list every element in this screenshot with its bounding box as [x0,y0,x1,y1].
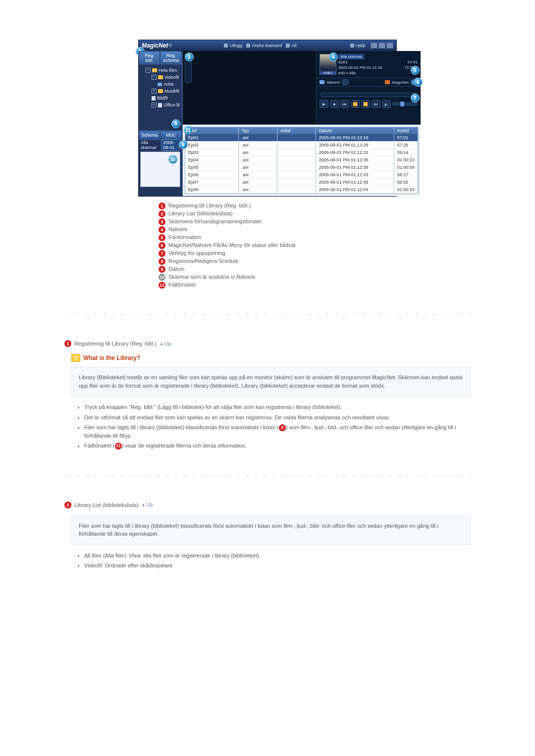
inline-ref-11: 11 [115,443,122,450]
marker-8: 8 [171,119,180,128]
table-row[interactable]: Ep01.avi2005-08-01 PM 01:12:1857:01 [185,134,418,142]
progress-bar[interactable] [321,93,417,97]
legend-badge: 10 [159,274,165,281]
next-track-button[interactable]: ⏭ [372,100,380,108]
library-tree[interactable]: −Hela filen −Videofil Artist +Musikfil B… [139,65,182,130]
artist-icon [158,83,162,86]
maximize-icon[interactable] [378,43,385,49]
legend-text: Filinformation [168,234,201,240]
section2-title: Library List (bibliotekslista) [74,502,139,508]
legend-text: Nätverk [168,226,187,232]
col-date[interactable]: Datum [316,127,394,134]
video-thumbnail[interactable]: 4 [320,54,336,75]
change-password-button[interactable]: Ändra lösenord [246,43,282,48]
question-icon: ? [71,354,80,362]
detail-pane: 4 Alla skärmar Ep0157:01 2005-08-01 PM 0… [317,51,421,124]
legend-text: Registrering till Library (Reg. bibl.) [168,202,251,208]
legend-item: 7Verktyg för uppspelning [159,250,416,257]
magicnet-app-window: 1 MagicNet ® Utlogg Ändra lösenord Alt. … [138,40,397,197]
section1-infobox: Library (Biblioteket) består av en samli… [71,367,471,396]
tree-toggle-icon[interactable]: − [146,68,151,73]
legend-item: 11Fältfönstret [159,282,416,289]
legend-badge: 4 [159,226,165,233]
col-dur[interactable]: Körtid [394,127,418,134]
tree-toggle-icon[interactable]: + [152,89,157,94]
tab-schema[interactable]: Schema [139,131,160,140]
marker-5: 5 [411,66,420,75]
image-file-icon [152,96,156,101]
volume-button[interactable]: 🔈 [382,100,391,108]
play-button[interactable]: ▶ [320,100,328,108]
marker-3: 3 [185,52,194,61]
window-controls[interactable] [371,43,393,49]
folder-icon [158,75,163,79]
marker-6: 6 [414,78,423,87]
table-body[interactable]: Ep01.avi2005-08-01 PM 01:12:1857:01Ep02.… [185,134,418,194]
tab-mdc[interactable]: MDC [160,131,181,140]
up-link[interactable]: Up [160,341,171,347]
question-title: What is the Library? [83,354,140,361]
table-row[interactable]: Ep04.avi2005-08-01 PM 01:12:3501:00:23 [185,156,418,164]
tree-toggle-icon[interactable]: + [152,102,157,107]
legend-item: 10Skärmar som är anslutna vi Nätverk [159,274,416,281]
stop-button[interactable]: ■ [330,100,339,108]
table-row[interactable]: Ep05.avi2005-08-01 PM 01:12:3901:00:59 [185,164,418,171]
legend-badge: 3 [159,218,165,225]
legend-badge: 5 [159,234,165,241]
bullet-item: Videofil: Ordnade efter skådespelare [84,561,471,570]
prev-track-button[interactable]: ⏮ [340,100,349,108]
legend-item: 2Library List (bibliotekslista) [159,210,416,217]
tab-reg-bibl[interactable]: Reg. bibl. [139,51,160,65]
legend-text: Library List (bibliotekslista) [168,210,233,216]
table-row[interactable]: Ep02.avi2005-08-01 PM 01:12:2857:25 [185,142,418,149]
tree-toggle-icon[interactable]: − [152,75,157,80]
bullet-item: All files (Alla filer): Visar alla filer… [84,552,471,560]
minimize-icon[interactable] [371,43,377,49]
marker-9: 9 [179,140,188,149]
network-toggle[interactable] [342,79,349,85]
section1-bullets: Tryck på knappen "Reg. bibl." (Lägg till… [84,403,471,450]
schedule-panel[interactable]: 10 [140,151,180,187]
table-row[interactable]: Ep03.avi2005-08-01 PM 01:12:3259:14 [185,149,418,156]
logout-button[interactable]: Utlogg [224,43,242,48]
legend-text: Skärmar som är anslutna vi Nätverk [168,274,255,280]
col-type[interactable]: Typ [239,127,277,134]
col-artist[interactable]: Artist [277,127,316,134]
legend-text: Verktyg för uppspelning [168,250,225,256]
up-link[interactable]: Up [142,502,153,507]
transport-controls: ▶ ■ ⏮ ⏪ ⏩ ⏭ 🔈 [317,97,421,111]
tab-reg-schema[interactable]: Reg. schema [160,51,181,65]
alt-icon [286,44,290,48]
bullet-item: Tryck på knappen "Reg. bibl." (Lägg till… [84,403,471,411]
marker-4: 4 [329,52,338,61]
folder-icon [152,68,157,72]
bullet-item: Filer som har lagts till i library (bibl… [84,423,471,440]
section2-infobox: Filer som har lagts till i library (bibl… [71,515,471,545]
magicnet-icon [385,80,390,84]
sidebar: Reg. bibl. Reg. schema −Hela filen −Vide… [139,51,183,196]
date-selector[interactable]: 2005-08-01 [161,139,180,151]
forward-button[interactable]: ⏩ [361,100,370,108]
legend-text: Skärmens förhandsgranskningsfönster [168,218,262,224]
volume-slider[interactable] [392,102,418,105]
file-table-wrap: 11 Titel Typ Artist Datum Körtid Ep01.av… [183,124,421,196]
help-button[interactable]: Hjälp [350,43,366,48]
legend-item: 8Registrera/Redigera Scedule [159,258,416,265]
section1-title: Registrering till Library (Reg. bibl.) [74,341,157,347]
table-row[interactable]: Ep08.avi2005-08-01 PM 01:12:0401:00:43 [185,186,418,194]
bullet-item: Det är utformat så att endast filer som … [84,413,471,422]
bullet-item: Fältfönstret (11) visar de registrerade … [84,442,471,450]
all-screens-label: Alla skärmar [141,140,157,150]
badge-2: 2 [64,502,71,508]
rewind-button[interactable]: ⏪ [351,100,360,108]
table-header[interactable]: Titel Typ Artist Datum Körtid [185,127,418,134]
alt-button[interactable]: Alt. [286,43,298,48]
close-icon[interactable] [386,43,393,49]
marker-10: 10 [168,155,177,164]
legend-item: 1Registrering till Library (Reg. bibl.) [159,202,416,209]
magicnet-label: MagicNet [392,80,409,85]
col-title[interactable]: Titel [185,127,239,134]
table-row[interactable]: Ep06.avi2005-08-01 PM 01:12:4358:17 [185,171,418,179]
table-row[interactable]: Ep07.avi2005-08-01 PM 01:12:4559:55 [185,179,418,186]
legend-badge: 2 [159,210,165,217]
